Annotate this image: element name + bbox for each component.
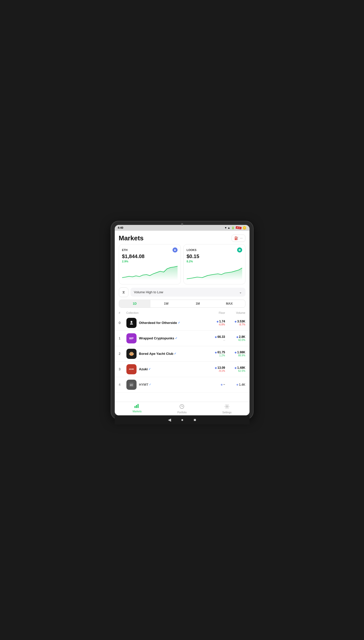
floor-value-3: ◆ 13.09 [205, 366, 225, 370]
looks-chart [187, 265, 242, 280]
logo-azuki: AZUKI [126, 364, 137, 374]
row-rank-3: 3 [119, 367, 126, 371]
nav-portfolio-label: Portfolio [177, 411, 187, 414]
more-icon: ··· [240, 236, 242, 240]
tablet-frame: 4:40 ▾ ▲ 🔋 BUG 🪙 Markets ⛽ ··· [111, 221, 253, 419]
svg-text:HY: HY [130, 384, 133, 386]
looks-price-card[interactable]: LOOKS $0.15 8.2% [183, 244, 245, 284]
volume-0: ◆ 3.53K -8.7% [225, 320, 245, 326]
floor-value-4: ◆ ~ [205, 383, 225, 386]
sort-dropdown[interactable]: Volume High to Low ⌄ [130, 288, 245, 297]
volume-change-0: -8.7% [225, 323, 245, 326]
volume-value-2: ◆ 1.98K [225, 351, 245, 354]
filter-row: ⧖ Volume High to Low ⌄ [115, 287, 250, 300]
svg-point-9 [226, 406, 228, 407]
android-home-button[interactable]: ● [181, 418, 184, 422]
price-cards: ETH ◆ $1,844.08 2.9% [115, 244, 250, 287]
bottom-nav: Markets Portfolio [115, 402, 250, 415]
android-back-button[interactable]: ◀ [168, 417, 171, 422]
header-volume: Volume [225, 311, 245, 314]
filter-button[interactable]: ⧖ [119, 287, 128, 297]
svg-rect-5 [135, 406, 136, 408]
volume-value-3: ◆ 1.48K [225, 366, 245, 370]
volume-change-2: 88.9% [225, 354, 245, 357]
verified-icon-1: ✓ [175, 337, 177, 340]
volume-change-3: 62.5% [225, 370, 245, 372]
nav-portfolio[interactable]: Portfolio [160, 404, 204, 414]
eth-sym-4: ◆ [221, 383, 223, 386]
volume-4: ◆ 1.4K [225, 383, 245, 386]
verified-icon-0: ✓ [178, 321, 180, 324]
header-num: # [119, 311, 126, 314]
app-header: Markets ⛽ ··· [115, 231, 250, 244]
row-rank-0: 0 [119, 321, 126, 325]
eth-sym-vol-4: ◆ [236, 383, 238, 386]
eth-price-card[interactable]: ETH ◆ $1,844.08 2.9% [119, 244, 181, 284]
android-nav-bar: ◀ ● ■ [115, 415, 250, 424]
floor-1: ◆ 66.33 -- [205, 335, 225, 341]
collection-info-0: Otherdeed for Otherside ✓ [126, 318, 205, 328]
wifi-icon: ▾ [225, 226, 226, 229]
floor-change-1: -- [205, 339, 225, 341]
tab-1m[interactable]: 1M [182, 300, 214, 307]
android-recent-button[interactable]: ■ [194, 418, 196, 422]
eth-chart [122, 265, 178, 280]
status-time: 4:40 [118, 226, 123, 229]
tab-max[interactable]: MAX [214, 300, 245, 307]
floor-change-2: 1.2% [205, 354, 225, 357]
floor-4: ◆ ~ [205, 383, 225, 386]
eth-ticker-row: ETH ◆ [122, 247, 178, 253]
volume-value-1: ◆ 2.8K [225, 335, 245, 339]
looks-change: 8.2% [187, 260, 242, 263]
logo-wrapped: WP [126, 333, 137, 343]
header-collection: Collection [126, 311, 205, 314]
eth-price: $1,844.08 [122, 254, 178, 259]
volume-1: ◆ 2.8K 42.0% [225, 335, 245, 341]
debug-badge: BUG [236, 226, 241, 229]
table-row[interactable]: 4 HY HYMT ✓ [115, 377, 250, 393]
sort-label: Volume High to Low [134, 290, 163, 294]
table-row[interactable]: 0 Otherdeed for Otherside ✓ [115, 315, 250, 331]
volume-3: ◆ 1.48K 62.5% [225, 366, 245, 372]
dropdown-chevron-icon: ⌄ [239, 290, 242, 294]
wallet-corner-icon: 🪙 [242, 226, 246, 230]
name-bayc: Bored Ape Yacht Club ✓ [139, 352, 177, 356]
eth-sym-vol-1: ◆ [236, 336, 238, 338]
eth-sym-vol-0: ◆ [235, 320, 237, 323]
nav-markets[interactable]: Markets [115, 404, 160, 414]
volume-2: ◆ 1.98K 88.9% [225, 351, 245, 357]
table-row[interactable]: 2 🐵 Bored Ape Yacht Club ✓ ◆ 61.75 [115, 346, 250, 362]
battery-icon: 🔋 [231, 226, 235, 229]
name-hymt: HYMT ✓ [139, 383, 151, 386]
volume-value-4: ◆ 1.4K [225, 383, 245, 386]
looks-icon [237, 247, 242, 253]
status-icons: ▾ ▲ 🔋 BUG 🪙 [225, 226, 246, 230]
looks-price: $0.15 [187, 254, 242, 259]
tablet-camera [181, 223, 183, 225]
looks-ticker-row: LOOKS [187, 247, 242, 253]
tab-1w[interactable]: 1W [150, 300, 182, 307]
floor-value-1: ◆ 66.33 [205, 335, 225, 339]
gas-button[interactable]: ⛽ ··· [232, 235, 245, 242]
row-rank-2: 2 [119, 352, 126, 356]
tab-1d[interactable]: 1D [119, 300, 151, 307]
settings-icon [224, 404, 229, 410]
svg-rect-6 [136, 405, 137, 408]
svg-point-1 [239, 249, 240, 250]
table-row[interactable]: 3 AZUKI Azuki ✓ ◆ 13.09 -9.1% [115, 362, 250, 377]
looks-ticker-label: LOOKS [187, 248, 197, 251]
verified-icon-4: ✓ [149, 383, 151, 386]
table-header: # Collection Floor Volume [115, 310, 250, 315]
eth-sym-2: ◆ [215, 351, 217, 354]
nav-markets-label: Markets [132, 410, 142, 413]
nav-settings[interactable]: Settings [204, 404, 249, 414]
status-bar: 4:40 ▾ ▲ 🔋 BUG 🪙 [115, 225, 250, 231]
signal-icon: ▲ [227, 226, 230, 229]
app-content: Markets ⛽ ··· ETH ◆ $1,844.08 [115, 231, 250, 415]
header-actions: ⛽ ··· [232, 235, 245, 242]
eth-ticker-label: ETH [122, 248, 128, 251]
eth-sym-1: ◆ [215, 336, 217, 338]
collection-info-1: WP Wrapped Cryptopunks ✓ [126, 333, 205, 343]
name-azuki: Azuki ✓ [139, 367, 151, 371]
table-row[interactable]: 1 WP Wrapped Cryptopunks ✓ ◆ 66.33 [115, 331, 250, 346]
